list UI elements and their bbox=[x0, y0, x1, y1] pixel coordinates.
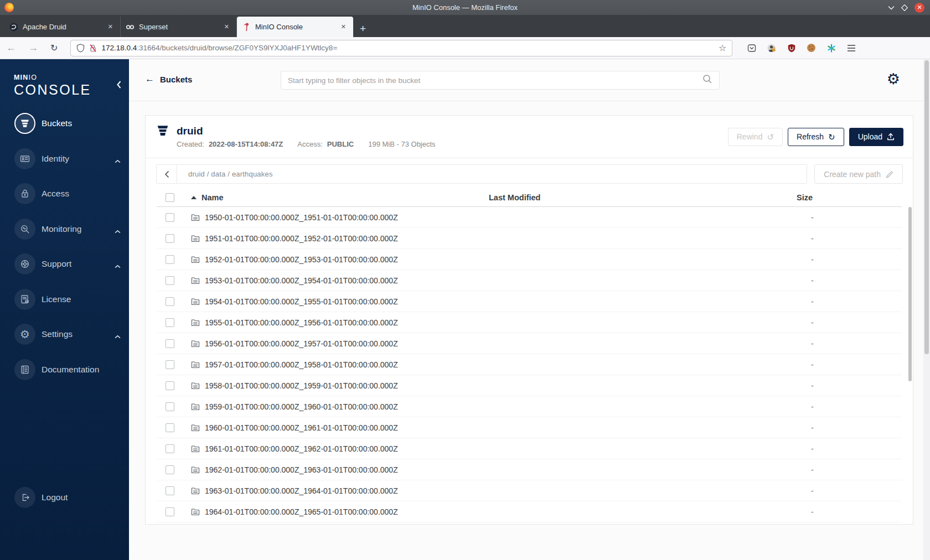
row-checkbox[interactable] bbox=[166, 339, 174, 348]
table-row[interactable]: 1962-01-01T00:00:00.000Z_1963-01-01T00:0… bbox=[157, 459, 902, 480]
tab-close-icon[interactable]: ✕ bbox=[222, 22, 231, 32]
sidebar-item-monitoring[interactable]: Monitoring bbox=[0, 219, 129, 240]
upload-button[interactable]: Upload bbox=[849, 128, 903, 146]
sidebar-item-access[interactable]: Access bbox=[0, 183, 129, 204]
tab-minio-console[interactable]: MinIO Console ✕ bbox=[237, 17, 353, 37]
tab-apache-druid[interactable]: Apache Druid ✕ bbox=[4, 17, 121, 37]
tab-close-icon[interactable]: ✕ bbox=[339, 22, 348, 32]
documentation-book-icon bbox=[14, 359, 35, 380]
back-arrow-icon: ← bbox=[145, 74, 154, 85]
sidebar-collapse-icon[interactable] bbox=[116, 80, 122, 91]
license-document-icon bbox=[14, 289, 35, 310]
back-icon[interactable]: ← bbox=[0, 42, 22, 54]
tab-superset[interactable]: Superset ✕ bbox=[121, 17, 237, 37]
row-checkbox[interactable] bbox=[166, 402, 174, 411]
row-checkbox[interactable] bbox=[166, 465, 174, 474]
table-row[interactable]: 1959-01-01T00:00:00.000Z_1960-01-01T00:0… bbox=[157, 396, 902, 417]
account-container-icon[interactable] bbox=[767, 43, 776, 53]
forward-icon[interactable]: → bbox=[22, 42, 44, 54]
rewind-icon: ↺ bbox=[767, 133, 774, 141]
row-checkbox[interactable] bbox=[166, 213, 174, 222]
multicolor-asterisk-extension-icon[interactable] bbox=[826, 43, 836, 53]
table-row[interactable]: 1955-01-01T00:00:00.000Z_1956-01-01T00:0… bbox=[157, 312, 902, 333]
logo-io: IO bbox=[29, 74, 38, 81]
pocket-icon[interactable] bbox=[747, 43, 756, 53]
object-size: - bbox=[791, 507, 902, 516]
tracking-shield-icon[interactable] bbox=[76, 44, 85, 53]
sidebar-item-license[interactable]: License bbox=[0, 289, 129, 310]
reload-icon[interactable]: ↻ bbox=[44, 43, 64, 53]
table-row[interactable]: 1952-01-01T00:00:00.000Z_1953-01-01T00:0… bbox=[157, 249, 902, 270]
object-size: - bbox=[791, 423, 902, 432]
object-size: - bbox=[791, 444, 902, 453]
row-checkbox[interactable] bbox=[166, 255, 174, 264]
row-checkbox[interactable] bbox=[166, 297, 174, 306]
object-name: 1955-01-01T00:00:00.000Z_1956-01-01T00:0… bbox=[205, 318, 398, 327]
table-row[interactable]: 1957-01-01T00:00:00.000Z_1958-01-01T00:0… bbox=[157, 354, 902, 375]
row-checkbox[interactable] bbox=[166, 486, 174, 495]
row-checkbox[interactable] bbox=[166, 381, 174, 390]
new-tab-button[interactable]: + bbox=[353, 23, 373, 37]
table-row[interactable]: 1954-01-01T00:00:00.000Z_1955-01-01T00:0… bbox=[157, 291, 902, 312]
table-row[interactable]: 1958-01-01T00:00:00.000Z_1959-01-01T00:0… bbox=[157, 375, 902, 396]
table-row[interactable]: 1953-01-01T00:00:00.000Z_1954-01-01T00:0… bbox=[157, 270, 902, 291]
name-column-header[interactable]: Name bbox=[184, 193, 489, 202]
url-bar[interactable]: 172.18.0.4:31664/buckets/druid/browse/ZG… bbox=[70, 40, 732, 56]
logout-icon bbox=[14, 487, 35, 508]
sidebar-item-identity[interactable]: Identity bbox=[0, 148, 129, 169]
page-scrollbar-track[interactable] bbox=[923, 59, 930, 560]
table-row[interactable]: 1960-01-01T00:00:00.000Z_1961-01-01T00:0… bbox=[157, 417, 902, 438]
tab-close-icon[interactable]: ✕ bbox=[106, 22, 115, 32]
menu-hamburger-icon[interactable] bbox=[846, 43, 856, 53]
back-to-buckets-link[interactable]: ← Buckets bbox=[145, 74, 192, 85]
close-icon[interactable]: ✕ bbox=[914, 3, 924, 13]
sidebar-item-support[interactable]: Support bbox=[0, 253, 129, 274]
row-checkbox[interactable] bbox=[166, 507, 174, 516]
create-new-path-button[interactable]: Create new path bbox=[814, 164, 903, 184]
row-checkbox[interactable] bbox=[166, 423, 174, 432]
sidebar-item-buckets[interactable]: Buckets bbox=[0, 113, 129, 134]
object-size: - bbox=[791, 234, 902, 243]
table-row[interactable]: 1963-01-01T00:00:00.000Z_1964-01-01T00:0… bbox=[157, 480, 902, 501]
minimize-icon[interactable] bbox=[888, 6, 895, 10]
sidebar-item-documentation[interactable]: Documentation bbox=[0, 359, 129, 380]
row-checkbox[interactable] bbox=[166, 234, 174, 243]
maximize-icon[interactable] bbox=[901, 4, 908, 11]
bucket-icon bbox=[14, 113, 35, 134]
breadcrumb[interactable]: druid / data / earthquakes bbox=[177, 170, 273, 178]
object-name: 1960-01-01T00:00:00.000Z_1961-01-01T00:0… bbox=[205, 423, 398, 432]
bookmark-star-icon[interactable]: ☆ bbox=[719, 43, 726, 53]
refresh-button[interactable]: Refresh ↻ bbox=[788, 128, 844, 146]
row-checkbox[interactable] bbox=[166, 318, 174, 327]
table-row[interactable]: 1956-01-01T00:00:00.000Z_1957-01-01T00:0… bbox=[157, 333, 902, 354]
superset-logo-icon bbox=[126, 23, 135, 32]
settings-gear-icon[interactable]: ⚙ bbox=[887, 72, 900, 87]
object-name: 1962-01-01T00:00:00.000Z_1963-01-01T00:0… bbox=[205, 465, 398, 474]
table-row[interactable]: 1950-01-01T00:00:00.000Z_1951-01-01T00:0… bbox=[157, 207, 902, 228]
insecure-lock-icon[interactable] bbox=[89, 44, 97, 53]
table-row[interactable]: 1961-01-01T00:00:00.000Z_1962-01-01T00:0… bbox=[157, 438, 902, 459]
sidebar-item-settings[interactable]: ⚙ Settings bbox=[0, 324, 129, 345]
row-checkbox[interactable] bbox=[166, 276, 174, 285]
folder-icon bbox=[191, 255, 200, 264]
object-name: 1953-01-01T00:00:00.000Z_1954-01-01T00:0… bbox=[205, 276, 398, 285]
search-input[interactable] bbox=[288, 76, 702, 85]
ublock-icon[interactable] bbox=[787, 43, 796, 53]
object-name: 1957-01-01T00:00:00.000Z_1958-01-01T00:0… bbox=[205, 360, 398, 369]
rewind-button[interactable]: Rewind ↺ bbox=[728, 128, 783, 146]
bucket-header: druid Created: 2022-08-15T14:08:47Z Acce… bbox=[146, 116, 913, 158]
page-scrollbar-thumb[interactable] bbox=[924, 60, 929, 354]
sidebar-item-logout[interactable]: Logout bbox=[0, 487, 129, 508]
cookie-icon[interactable] bbox=[807, 43, 816, 53]
pencil-icon bbox=[886, 170, 893, 178]
row-checkbox[interactable] bbox=[166, 444, 174, 453]
table-row[interactable]: 1951-01-01T00:00:00.000Z_1952-01-01T00:0… bbox=[157, 228, 902, 249]
table-row[interactable]: 1964-01-01T00:00:00.000Z_1965-01-01T00:0… bbox=[157, 501, 902, 522]
row-checkbox[interactable] bbox=[166, 360, 174, 369]
folder-icon bbox=[191, 507, 200, 516]
tab-label: Superset bbox=[139, 23, 218, 31]
select-all-checkbox[interactable] bbox=[166, 193, 174, 202]
path-back-chevron-icon[interactable] bbox=[157, 165, 177, 183]
table-scrollbar-thumb[interactable] bbox=[908, 207, 912, 381]
sidebar-item-label: Access bbox=[42, 189, 69, 199]
